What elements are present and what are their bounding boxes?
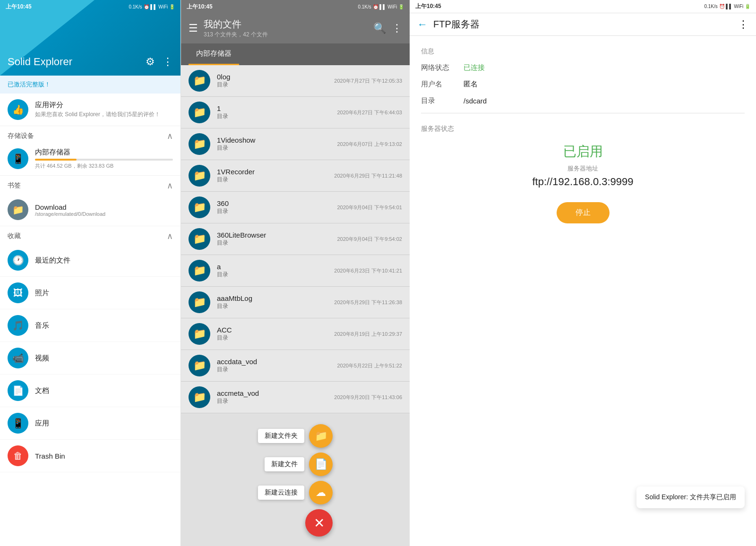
file-info-360litebrowser: 360LiteBrowser 目录 [217,231,330,247]
middle-panel: 上午10:45 0.1K/s ⏰ ▌▌ WiFi 🔋 ☰ 我的文件 313 个文… [181,0,410,546]
network-status-label: 网络状态 [421,63,464,72]
left-header: 上午10:45 0.1K/s ⏰ ▌▌ WiFi 🔋 Solid Explore… [0,0,180,76]
file-item-1videoshow[interactable]: 📁 1Videoshow 目录 2020年6月07日 上午9:13:02 [181,128,410,160]
file-info-0log: 0log 目录 [217,73,327,89]
file-icon-acc: 📁 [189,323,210,345]
sidebar-item-photos[interactable]: 🖼 照片 [0,277,180,309]
app-title: Solid Explorer [8,56,72,68]
left-panel: 上午10:45 0.1K/s ⏰ ▌▌ WiFi 🔋 Solid Explore… [0,0,181,546]
storage-chevron[interactable]: ∧ [167,131,173,141]
sidebar-item-download[interactable]: 📁 Download /storage/emulated/0/Download [0,194,180,226]
network-status-row: 网络状态 已连接 [421,63,745,72]
middle-toolbar: ☰ 我的文件 313 个文件夹，42 个文件 🔍 ⋮ [181,13,410,43]
file-item-aaaMtbLog[interactable]: 📁 aaaMtbLog 目录 2020年5月29日 下午11:26:38 [181,287,410,318]
internal-storage-tab[interactable]: 内部存储器 [189,43,239,65]
new-folder-button[interactable]: 📁 [309,424,333,448]
file-date-acc: 2020年8月19日 上午10:29:37 [334,331,402,338]
file-type-aaaMtbLog: 目录 [217,302,327,310]
settings-icon[interactable]: ⚙ [146,56,155,68]
sidebar-item-video[interactable]: 📹 视频 [0,342,180,375]
new-file-button[interactable]: 📄 [309,452,333,476]
photos-label: 照片 [35,289,49,298]
file-name-accmeta-vod: accmeta_vod [217,389,327,397]
download-text: Download /storage/emulated/0/Download [35,203,105,217]
internal-storage-item[interactable]: 📱 内部存储器 共计 464.52 GB，剩余 323.83 GB [0,144,180,176]
username-row: 用户名 匿名 [421,80,745,89]
file-info-a: a 目录 [217,263,327,279]
file-date-aaaMtbLog: 2020年5月29日 下午11:26:38 [334,299,402,306]
new-folder-label: 新建文件夹 [258,429,304,443]
header-icons: ⚙ ⋮ [146,56,173,68]
trash-label: Trash Bin [35,452,65,460]
file-icon-360litebrowser: 📁 [189,228,210,250]
file-date-360: 2020年9月04日 下午9:54:01 [337,204,402,211]
file-type-360: 目录 [217,207,330,215]
file-icon-aaaMtbLog: 📁 [189,291,210,313]
file-name-360: 360 [217,199,330,207]
trash-icon: 🗑 [8,445,28,466]
username-label: 用户名 [421,80,464,89]
speed-dial-row-folder: 新建文件夹 📁 [258,424,333,448]
sidebar-item-trash[interactable]: 🗑 Trash Bin [0,440,180,472]
middle-title: 我的文件 [204,18,368,31]
left-status-time: 上午10:45 [6,3,32,11]
more-menu-icon[interactable]: ⋮ [392,22,402,34]
file-icon-accmeta-vod: 📁 [189,386,210,408]
more-icon[interactable]: ⋮ [163,56,173,68]
file-type-a: 目录 [217,271,327,279]
rating-label: 应用评分 [35,101,160,110]
bookmarks-chevron[interactable]: ∧ [167,180,173,191]
file-icon-accdata-vod: 📁 [189,355,210,376]
file-date-1videoshow: 2020年6月07日 上午9:13:02 [337,141,402,148]
file-name-acc: ACC [217,326,327,334]
file-item-1vrecorder[interactable]: 📁 1VRecorder 目录 2020年6月29日 下午11:21:48 [181,160,410,192]
search-icon[interactable]: 🔍 [373,22,386,34]
new-cloud-label: 新建云连接 [258,486,304,500]
server-status-title: 服务器状态 [421,125,745,133]
music-label: 音乐 [35,321,49,330]
file-name-1vrecorder: 1VRecorder [217,168,327,176]
fab-close-button[interactable]: ✕ [305,509,333,537]
back-icon[interactable]: ← [417,18,428,31]
storage-name: 内部存储器 [35,148,173,157]
download-label: Download [35,203,105,211]
file-date-accmeta-vod: 2020年9月20日 下午11:43:06 [334,394,402,401]
hamburger-icon[interactable]: ☰ [189,22,198,34]
stop-button[interactable]: 停止 [557,202,610,223]
right-more-icon[interactable]: ⋮ [738,18,748,31]
file-item-1[interactable]: 📁 1 目录 2020年6月27日 下午6:44:03 [181,97,410,128]
right-panel: 上午10:45 0.1K/s ⏰ ▌▌ WiFi 🔋 ← FTP服务器 ⋮ 信息… [410,0,756,546]
file-item-acc[interactable]: 📁 ACC 目录 2020年8月19日 上午10:29:37 [181,318,410,350]
storage-progress-fill [35,159,77,161]
file-date-360litebrowser: 2020年9月04日 下午9:54:02 [337,236,402,243]
file-date-1: 2020年6月27日 下午6:44:03 [337,109,402,116]
file-item-0log[interactable]: 📁 0log 目录 2020年7月27日 下午12:05:33 [181,65,410,97]
sidebar-item-recent[interactable]: 🕐 最近的文件 [0,244,180,277]
sidebar-item-docs[interactable]: 📄 文档 [0,375,180,407]
file-type-1vrecorder: 目录 [217,176,327,184]
file-name-1: 1 [217,104,330,112]
right-title: FTP服务器 [433,18,732,31]
rating-item[interactable]: 👍 应用评分 如果您喜欢 Solid Explorer，请给我们5星的评价！ [0,94,180,126]
file-info-1: 1 目录 [217,104,330,120]
file-name-aaaMtbLog: aaaMtbLog [217,294,327,302]
file-item-360litebrowser[interactable]: 📁 360LiteBrowser 目录 2020年9月04日 下午9:54:02 [181,223,410,255]
info-section-title: 信息 [421,47,745,56]
sidebar-item-music[interactable]: 🎵 音乐 [0,309,180,342]
sidebar-item-apps[interactable]: 📱 应用 [0,407,180,440]
file-item-accdata-vod[interactable]: 📁 accdata_vod 目录 2020年5月22日 上午9:51:22 [181,350,410,382]
left-status-icons: 0.1K/s ⏰ ▌▌ WiFi 🔋 [129,4,175,9]
download-sublabel: /storage/emulated/0/Download [35,211,105,217]
file-item-accmeta-vod[interactable]: 📁 accmeta_vod 目录 2020年9月20日 下午11:43:06 [181,382,410,413]
file-icon-a: 📁 [189,260,210,282]
file-item-360[interactable]: 📁 360 目录 2020年9月04日 下午9:54:01 [181,192,410,223]
activated-banner: 已激活完整版！ [0,76,180,94]
favorites-chevron[interactable]: ∧ [167,231,173,241]
rating-sublabel: 如果您喜欢 Solid Explorer，请给我们5星的评价！ [35,111,160,119]
left-status-bar: 上午10:45 0.1K/s ⏰ ▌▌ WiFi 🔋 [0,0,180,13]
file-date-accdata-vod: 2020年5月22日 上午9:51:22 [337,362,402,369]
file-item-a[interactable]: 📁 a 目录 2020年6月23日 下午10:41:21 [181,255,410,287]
file-type-0log: 目录 [217,81,327,89]
new-cloud-button[interactable]: ☁ [309,481,333,504]
file-info-360: 360 目录 [217,199,330,215]
